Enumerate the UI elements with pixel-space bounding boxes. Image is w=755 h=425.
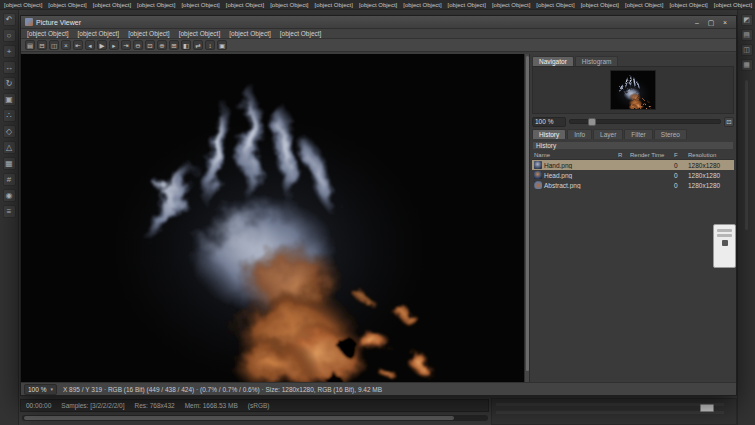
info-tab[interactable]: Layer: [593, 129, 623, 139]
app-menu-item[interactable]: [object Object]: [270, 2, 308, 8]
viewer-menu-item[interactable]: [object Object]: [229, 30, 271, 37]
image-thumbnail-icon: [534, 181, 542, 189]
floating-palette[interactable]: [713, 224, 736, 268]
app-menu-item[interactable]: [object Object]: [403, 2, 441, 8]
open-file-icon[interactable]: ▤: [25, 40, 35, 50]
history-row[interactable]: Head.png 0 1280x1280: [532, 170, 734, 180]
panel-icon[interactable]: ◩: [741, 14, 753, 26]
first-frame-icon[interactable]: ⇤: [73, 40, 83, 50]
app-menu-item[interactable]: [object Object]: [714, 2, 752, 8]
live-selection-icon[interactable]: ○: [3, 29, 16, 42]
zoom-100-icon[interactable]: ⊡: [145, 40, 155, 50]
window-buttons: –▢×: [690, 17, 732, 28]
info-tab[interactable]: History: [532, 129, 566, 139]
panel-icon[interactable]: ▤: [741, 29, 753, 41]
history-row[interactable]: Hand.png 0 1280x1280: [532, 160, 734, 170]
points-mode-icon[interactable]: ∴: [3, 109, 16, 122]
zoom-slider[interactable]: [569, 119, 721, 124]
info-tab[interactable]: Info: [567, 129, 592, 139]
navigator-tab[interactable]: Histogram: [575, 56, 619, 66]
info-icon[interactable]: ▣: [217, 40, 227, 50]
app-menu-item[interactable]: [object Object]: [181, 2, 219, 8]
move-tool-icon[interactable]: +: [3, 45, 16, 58]
app-menu-item[interactable]: [object Object]: [581, 2, 619, 8]
zoom-slider-handle[interactable]: [588, 118, 596, 126]
scale-tool-icon[interactable]: ↔: [3, 61, 16, 74]
close-button[interactable]: ×: [718, 17, 732, 28]
timeline-scrollbar-thumb[interactable]: [24, 416, 454, 420]
zoom-value-field[interactable]: 100 %: [532, 117, 566, 127]
app-menu-item[interactable]: [object Object]: [448, 2, 486, 8]
app-menu-item[interactable]: [object Object]: [137, 2, 175, 8]
navigator-thumbnail[interactable]: [610, 70, 656, 110]
statusbar-zoom-dropdown[interactable]: 100 % ▾: [24, 384, 57, 395]
history-table-header: Name R Render Time F Resolution: [532, 151, 734, 160]
axis-mode-icon[interactable]: ◉: [3, 189, 16, 202]
app-menu-item[interactable]: [object Object]: [669, 2, 707, 8]
maximize-button[interactable]: ▢: [704, 17, 718, 28]
frame-cell: 0: [674, 182, 688, 189]
viewer-menu-item[interactable]: [object Object]: [78, 30, 120, 37]
app-menu-item[interactable]: [object Object]: [492, 2, 530, 8]
picture-viewer-toolbar: ▤⊟◫×⇤◂▶▸⇥⊖⊡⊕⊞◧⇄↕▣: [21, 39, 736, 52]
fit-image-button[interactable]: ⊡: [724, 117, 734, 127]
picture-viewer-titlebar[interactable]: Picture Viewer –▢×: [21, 16, 736, 29]
history-rows: Hand.png 0 1280x1280: [532, 160, 734, 190]
resolution-cell: 1280x1280: [688, 172, 732, 179]
zoom-controls: 100 % ⊡: [532, 116, 734, 127]
color-chip[interactable]: [700, 404, 714, 412]
last-frame-icon[interactable]: ⇥: [121, 40, 131, 50]
viewer-statusbar: 100 % ▾ X 895 / Y 319 · RGB (16 Bit) (44…: [21, 382, 736, 395]
previous-frame-icon[interactable]: ◂: [85, 40, 95, 50]
zoom-in-icon[interactable]: ⊕: [157, 40, 167, 50]
app-menu-item[interactable]: [object Object]: [359, 2, 397, 8]
image-filename: Abstract.png: [544, 182, 581, 189]
picture-viewer-menubar: [object Object][object Object][object Ob…: [21, 29, 736, 39]
image-filename: Head.png: [544, 172, 572, 179]
polygons-mode-icon[interactable]: △: [3, 141, 16, 154]
rotate-tool-icon[interactable]: ↻: [3, 77, 16, 90]
app-menu-item[interactable]: [object Object]: [536, 2, 574, 8]
panel-icon[interactable]: ▦: [741, 59, 753, 71]
last-tool-icon[interactable]: ▣: [3, 93, 16, 106]
snap-settings-icon[interactable]: ≡: [3, 205, 16, 218]
workplane-icon[interactable]: #: [3, 173, 16, 186]
column-resolution: Resolution: [688, 152, 732, 158]
delete-image-icon[interactable]: ×: [61, 40, 71, 50]
fit-to-view-icon[interactable]: ⊞: [169, 40, 179, 50]
viewer-menu-item[interactable]: [object Object]: [179, 30, 221, 37]
play-icon[interactable]: ▶: [97, 40, 107, 50]
edges-mode-icon[interactable]: ◇: [3, 125, 16, 138]
panel-scrollbar[interactable]: [745, 80, 748, 230]
info-tab[interactable]: Filter: [624, 129, 652, 139]
minimize-button[interactable]: –: [690, 17, 704, 28]
save-image-icon[interactable]: ⊟: [37, 40, 47, 50]
history-row[interactable]: Abstract.png 0 1280x1280: [532, 180, 734, 190]
next-frame-icon[interactable]: ▸: [109, 40, 119, 50]
zoom-out-icon[interactable]: ⊖: [133, 40, 143, 50]
app-menu-item[interactable]: [object Object]: [625, 2, 663, 8]
viewer-menu-item[interactable]: [object Object]: [27, 30, 69, 37]
rendered-image-viewport[interactable]: [21, 54, 524, 382]
timeline-scrollbar[interactable]: [22, 415, 488, 421]
app-menu-item[interactable]: [object Object]: [4, 2, 42, 8]
rendered-image-hand: [21, 54, 524, 382]
swap-ab-icon[interactable]: ⇄: [193, 40, 203, 50]
panel-icon[interactable]: ◫: [741, 44, 753, 56]
undo-icon[interactable]: ↶: [3, 13, 16, 26]
compare-ab-icon[interactable]: ◧: [181, 40, 191, 50]
image-thumbnail-icon: [534, 161, 542, 169]
viewer-menu-item[interactable]: [object Object]: [128, 30, 170, 37]
app-menu-item[interactable]: [object Object]: [48, 2, 86, 8]
info-tab[interactable]: Stereo: [654, 129, 687, 139]
navigator-tab[interactable]: Navigator: [532, 56, 574, 66]
app-menu-item[interactable]: [object Object]: [93, 2, 131, 8]
render-colorspace: (sRGB): [248, 402, 270, 409]
model-mode-icon[interactable]: ▦: [3, 157, 16, 170]
copy-image-icon[interactable]: ◫: [49, 40, 59, 50]
viewer-menu-item[interactable]: [object Object]: [280, 30, 322, 37]
render-memory: Mem: 1668.53 MB: [185, 402, 238, 409]
fullscreen-icon[interactable]: ↕: [205, 40, 215, 50]
app-menu-item[interactable]: [object Object]: [315, 2, 353, 8]
app-menu-item[interactable]: [object Object]: [226, 2, 264, 8]
